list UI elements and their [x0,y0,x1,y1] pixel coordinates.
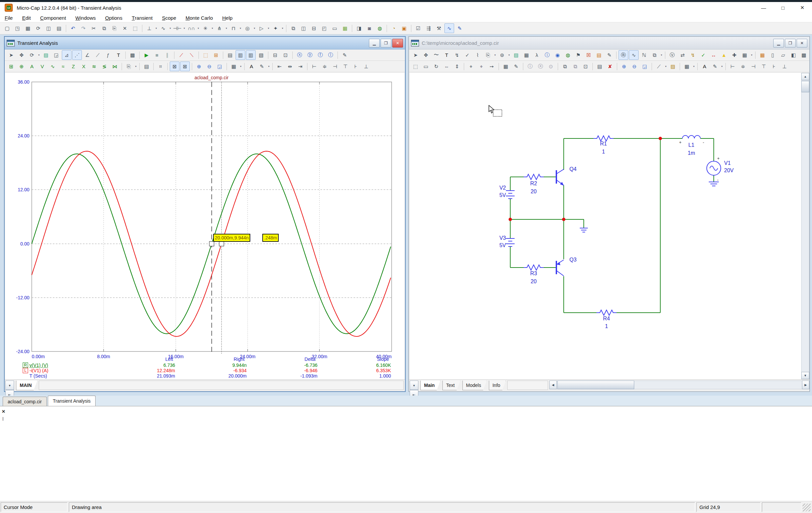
paint-icon[interactable]: ▨ [668,61,678,71]
bus-icon[interactable]: ⌇ [473,50,483,60]
pane-split-icon[interactable]: ▧ [256,50,266,60]
doc-error-icon[interactable]: ☒ [584,50,593,60]
component-ref-r3[interactable]: R3 [530,271,537,276]
scroll-up-button[interactable]: ▲ [801,73,809,80]
doc-grid-icon[interactable]: ▦ [501,61,511,71]
crosshair-icon[interactable]: ✚ [729,50,739,60]
open-icon[interactable]: ◳ [13,23,22,33]
app-maximize-button[interactable]: □ [773,2,793,14]
page-tab-main[interactable]: Main [420,381,440,390]
info-icon[interactable]: ⓘ [542,50,552,60]
align-right-icon[interactable]: ⊣ [330,61,340,71]
add-waveform-icon[interactable]: ⊞ [6,61,16,71]
grid-icon[interactable]: ▦ [740,50,750,60]
sine-source-icon-dropdown[interactable]: ▾ [253,24,256,33]
component-ref-v3[interactable]: V3 [466,235,506,241]
pan-icon[interactable]: ✥ [17,50,26,60]
page-tab-info[interactable]: Info [489,381,506,390]
component-value-v2[interactable]: 5V [466,192,506,198]
sine-source-icon[interactable]: ◎ [242,23,252,33]
y-axis-icon[interactable]: ⓨ [305,50,315,60]
numeric-output-icon[interactable]: ⌗ [156,61,166,71]
text-icon[interactable]: T [442,50,452,60]
layer-down-icon[interactable]: ⧉ [571,61,580,71]
link-icon[interactable]: ◍ [563,50,573,60]
border-icon[interactable]: ◧ [789,50,798,60]
clipboard-icon[interactable]: ⎘ [483,50,493,60]
zoom-select-icon[interactable]: ◲ [52,50,61,60]
component-value-r4[interactable]: 1 [605,323,608,329]
find-next-icon[interactable]: ⌖ [476,61,486,71]
opamp-component-icon-dropdown[interactable]: ▾ [267,24,270,33]
message-panel[interactable]: ✕ ‖ [0,406,812,501]
annotate-icon[interactable]: ✎ [257,61,267,71]
zoom-area-icon[interactable]: ◲ [640,61,649,71]
go-left-icon[interactable]: ⇤ [275,61,284,71]
undo-icon[interactable]: ↶ [68,23,78,33]
annotate-icon[interactable]: ✎ [710,61,720,71]
zoom-out-icon[interactable]: ⊖ [630,61,639,71]
condition-icon[interactable]: ✓ [698,50,708,60]
capacitor-component-icon[interactable]: ⊣⊢ [172,23,182,33]
align-bottom-icon[interactable]: ⊥ [780,61,789,71]
properties-icon[interactable]: ▩ [799,50,809,60]
select-special-icon[interactable]: ⬚ [130,23,140,33]
cursor-tag-l[interactable]: L [23,368,28,373]
table-icon[interactable]: ▦ [522,50,531,60]
pane-left-icon[interactable]: ▤ [225,50,235,60]
schematic-restore-button[interactable]: ❐ [785,39,795,48]
flag-icon[interactable]: ⚑ [573,50,583,60]
panel-grip-icon[interactable]: ‖ [2,416,4,422]
refresh-mode-icon[interactable]: ⟳ [27,50,37,60]
doc-edit-icon[interactable]: ✎ [605,50,614,60]
annotate-icon-dropdown[interactable]: ▾ [720,62,724,71]
grid-icon-dropdown[interactable]: ▾ [750,51,754,59]
slope-up-icon[interactable]: ⟋ [176,50,186,60]
warning-icon[interactable]: ▲ [719,50,729,60]
analysis-close-button[interactable]: ✕ [392,39,403,48]
cursor-tag-r[interactable]: R [23,362,28,368]
font-icon[interactable]: A [700,61,709,71]
inductor-component-icon-dropdown[interactable]: ▾ [197,24,200,33]
component-ref-r2[interactable]: R2 [530,181,537,187]
transient-analysis-window[interactable]: Transient Analysis ▁ ❐ ✕ ➤✥⟳▾▨◲⊿⋰∠⟋ƒT▩▶■… [4,36,406,392]
stop-icon[interactable]: ■ [152,50,162,60]
mirror-v-icon[interactable]: ⇕ [452,61,462,71]
align-middle-icon[interactable]: ⊦ [351,61,360,71]
schematic-titlebar[interactable]: C:\temp\microcap\acload_comp.cir ▁ ❐ ✕ [409,37,809,50]
power-icon[interactable]: ↯ [688,50,698,60]
page-tab-text[interactable]: Text [442,381,461,390]
resize-grip[interactable] [803,504,811,511]
close-gray-icon[interactable]: ⓧ [535,61,545,71]
slope-down-icon[interactable]: ⟍ [187,50,197,60]
ground-component-icon-dropdown[interactable]: ▾ [154,24,158,33]
go-right-icon[interactable]: ⇥ [295,61,305,71]
cut-icon[interactable]: ✂ [89,23,98,33]
analysis-minimize-button[interactable]: ▁ [369,39,380,48]
active-window-icon[interactable]: ▣ [399,23,409,33]
select-arrow-icon[interactable]: ➤ [411,50,420,60]
align-bottom-icon[interactable]: ⊥ [361,61,371,71]
waveform-icon[interactable]: ∿ [48,61,57,71]
volt-waveform-icon[interactable]: V [37,61,47,71]
tangent-mode-icon[interactable]: ⟋ [93,50,103,60]
paste-icon-dropdown[interactable]: ▾ [134,62,138,71]
zoom-box-icon[interactable]: ⬚ [201,50,210,60]
tile-vertical-icon[interactable]: ◫ [299,23,309,33]
component-editor-icon[interactable]: ◙ [365,23,374,33]
paste-icon[interactable]: ⎘ [110,23,119,33]
draw-mode-icon[interactable]: ⟋ [654,61,664,71]
collapse-icon[interactable]: ⊟ [270,50,280,60]
diode-component-icon-dropdown[interactable]: ▾ [210,24,214,33]
doc-tab-transient-analysis[interactable]: Transient Analysis [48,396,95,406]
save-icon[interactable]: ▦ [23,23,33,33]
transistor-component-icon-dropdown[interactable]: ▾ [225,24,228,33]
app-minimize-button[interactable]: — [754,2,773,14]
print-preview-icon[interactable]: ◫ [44,23,54,33]
node-icon-dropdown[interactable]: ▾ [507,51,511,59]
grid-icon-dropdown[interactable]: ▾ [239,62,242,71]
zoom-in-icon[interactable]: ⊕ [194,61,204,71]
pause-icon[interactable]: ∥ [163,50,172,60]
select-arrow-icon[interactable]: ➤ [6,50,16,60]
panel-close-icon[interactable]: ✕ [2,409,5,414]
